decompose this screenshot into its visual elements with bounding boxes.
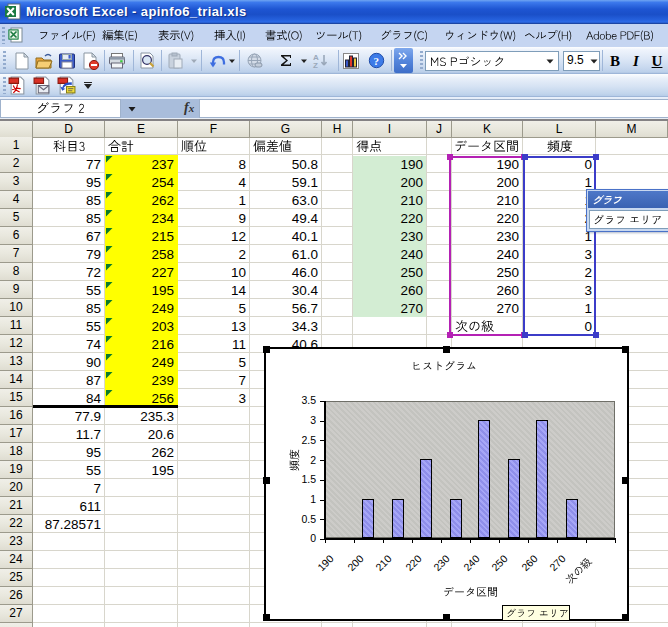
svg-text:Z: Z [313, 61, 318, 70]
svg-text:?: ? [374, 55, 380, 67]
